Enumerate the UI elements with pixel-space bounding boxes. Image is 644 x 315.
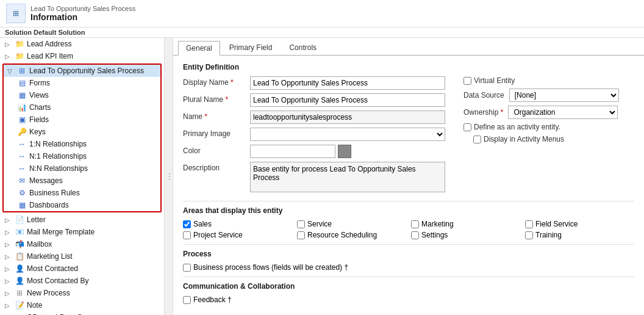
sidebar-item-label: Forms <box>29 79 50 87</box>
sidebar-item-dashboards[interactable]: ▦ Dashboards <box>4 199 160 211</box>
area-settings-checkbox[interactable] <box>411 231 419 239</box>
feedback-checkbox[interactable] <box>183 296 191 304</box>
expand-icon: ▷ <box>5 53 12 60</box>
entity-icon: ⊞ <box>13 9 19 18</box>
primary-image-select[interactable] <box>250 128 445 141</box>
expand-icon: ▷ <box>5 266 12 272</box>
sidebar-item-lead-kpi[interactable]: ▷ 📁 Lead KPI Item <box>0 50 164 62</box>
data-source-select[interactable]: [None] <box>509 89 619 102</box>
area-project-service-checkbox[interactable] <box>183 231 191 239</box>
area-marketing-checkbox[interactable] <box>411 220 419 228</box>
display-name-label: Display Name * <box>183 76 250 87</box>
sidebar-item-messages[interactable]: ✉ Messages <box>4 175 160 187</box>
sidebar-item-odata[interactable]: ▷ ⊞ OData v4 Data Source <box>0 311 164 315</box>
tab-general[interactable]: General <box>178 41 220 56</box>
sidebar-item-new-process[interactable]: ▷ ⊞ New Process <box>0 287 164 299</box>
area-sales-checkbox[interactable] <box>183 220 191 228</box>
description-label: Description <box>183 162 250 172</box>
header-breadcrumb: Lead To Opportunity Sales Process <box>30 5 135 12</box>
expand-icon: ▷ <box>5 253 12 260</box>
right-row-define-activity: Define as an activity entity. <box>463 123 634 131</box>
sidebar-item-most-contacted[interactable]: ▷ 👤 Most Contacted <box>0 262 164 275</box>
bpf-label: Business process flows (fields will be c… <box>183 263 634 272</box>
sidebar-item-mailbox[interactable]: ▷ 📬 Mailbox <box>0 238 164 250</box>
sidebar-item-1n-rel[interactable]: ↔ 1:N Relationships <box>4 138 160 150</box>
tab-controls[interactable]: Controls <box>281 40 324 55</box>
sidebar-item-nn-rel[interactable]: ↔ N:N Relationships <box>4 162 160 175</box>
bpf-checkbox[interactable] <box>183 264 191 272</box>
display-activity-checkbox[interactable] <box>473 136 481 143</box>
rel-icon: ↔ <box>17 139 27 149</box>
ownership-select[interactable]: Organization <box>508 106 618 119</box>
sidebar-item-label: 1:N Relationships <box>29 140 87 148</box>
mailbox-icon: 📬 <box>15 239 24 249</box>
resize-dots: ⋮ <box>165 172 172 181</box>
header-main-title: Information <box>30 12 135 22</box>
plural-name-input[interactable] <box>250 93 445 107</box>
name-input-wrapper <box>250 110 445 124</box>
sidebar-resize-handle[interactable]: ⋮ <box>165 38 173 315</box>
area-marketing: Marketing <box>411 220 520 228</box>
sidebar-item-label: Most Contacted By <box>27 277 88 285</box>
expand-icon: ▷ <box>5 41 12 48</box>
required-star: * <box>231 78 234 87</box>
define-activity-label: Define as an activity entity. <box>463 123 560 131</box>
area-training-checkbox[interactable] <box>525 231 533 239</box>
form-icon: ▤ <box>17 78 27 88</box>
virtual-entity-checkbox[interactable] <box>463 77 471 85</box>
form-row-color: Color <box>183 145 445 158</box>
sidebar-item-most-contacted-by[interactable]: ▷ 👤 Most Contacted By <box>0 275 164 287</box>
primary-image-label: Primary Image <box>183 128 250 138</box>
sidebar-item-label: Dashboards <box>29 201 69 209</box>
folder-icon: 📁 <box>15 51 24 61</box>
sidebar-item-label: Messages <box>29 176 63 185</box>
folder-icon: 📁 <box>15 39 24 49</box>
dash-icon: ▦ <box>17 200 27 210</box>
sidebar-item-label: Note <box>27 301 42 310</box>
sidebar-item-label: Lead Address <box>27 40 71 48</box>
sidebar-item-label: Lead To Opportunity Sales Process <box>29 67 144 75</box>
key-icon: 🔑 <box>17 127 27 137</box>
entity-icon: ⊞ <box>17 66 27 76</box>
sidebar-item-marketing-list[interactable]: ▷ 📋 Marketing List <box>0 250 164 262</box>
sidebar-item-letter[interactable]: ▷ 📄 Letter <box>0 214 164 226</box>
sidebar-item-views[interactable]: ▦ Views <box>4 89 160 101</box>
sidebar-item-keys[interactable]: 🔑 Keys <box>4 126 160 138</box>
area-service-checkbox[interactable] <box>297 220 305 228</box>
sidebar-item-forms[interactable]: ▤ Forms <box>4 77 160 89</box>
display-name-input[interactable] <box>250 76 445 90</box>
content-body: Entity Definition Display Name * <box>173 56 644 311</box>
area-resource-scheduling: Resource Scheduling <box>297 231 406 239</box>
section-collab: Communication & Collaboration <box>183 282 634 291</box>
sidebar-item-note[interactable]: ▷ 📝 Note <box>0 299 164 311</box>
sidebar-item-label: Business Rules <box>29 189 80 197</box>
rel-icon: ↔ <box>17 164 27 173</box>
areas-grid: Sales Service Marketing Field Service Pr… <box>183 220 634 239</box>
sidebar-item-lead-address[interactable]: ▷ 📁 Lead Address <box>0 38 164 50</box>
sidebar-item-label: N:1 Relationships <box>29 152 87 161</box>
description-input[interactable]: Base entity for process Lead To Opportun… <box>250 162 445 192</box>
form-left: Display Name * Plural Name * <box>183 76 445 196</box>
sidebar-item-fields[interactable]: ▣ Fields <box>4 114 160 126</box>
divider-process <box>183 244 634 245</box>
expand-icon: ▷ <box>5 278 12 284</box>
color-picker-button[interactable] <box>338 145 351 158</box>
right-row-ownership: Ownership * Organization <box>463 106 634 119</box>
sidebar-item-charts[interactable]: 📊 Charts <box>4 101 160 114</box>
sidebar-item-lead-to-opp[interactable]: ▽ ⊞ Lead To Opportunity Sales Process <box>4 65 160 77</box>
form-row-name: Name * <box>183 110 445 124</box>
define-activity-checkbox[interactable] <box>463 123 471 131</box>
sidebar-item-business-rules[interactable]: ⚙ Business Rules <box>4 187 160 199</box>
tab-primary-field[interactable]: Primary Field <box>221 40 281 55</box>
color-box[interactable] <box>250 145 335 158</box>
area-field-service-checkbox[interactable] <box>525 220 533 228</box>
name-input[interactable] <box>250 110 445 124</box>
expand-icon: ▽ <box>7 68 15 74</box>
expand-icon: ▷ <box>5 229 12 236</box>
expand-icon: ▷ <box>5 241 12 248</box>
sidebar-item-label: Fields <box>29 115 49 124</box>
area-resource-scheduling-checkbox[interactable] <box>297 231 305 239</box>
sidebar-item-n1-rel[interactable]: ↔ N:1 Relationships <box>4 150 160 162</box>
sidebar-item-mail-merge[interactable]: ▷ 📧 Mail Merge Template <box>0 226 164 238</box>
chart-icon: 📊 <box>17 103 27 112</box>
